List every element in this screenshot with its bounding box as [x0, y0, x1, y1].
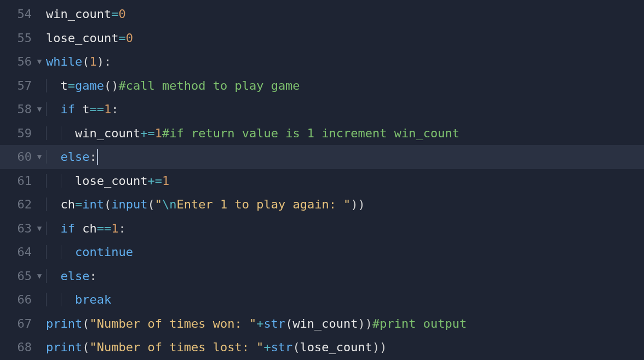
code-content[interactable]: lose_count=0	[45, 26, 133, 50]
token-kw: else	[61, 269, 90, 283]
token-punc: :	[111, 102, 118, 116]
fold-toggle-icon[interactable]: ▼	[34, 264, 45, 288]
token-op: +=	[140, 126, 155, 140]
token-op: ==	[90, 102, 105, 116]
line-number: 66	[0, 288, 34, 312]
code-line[interactable]: 55lose_count=0	[0, 26, 644, 50]
token-id: t	[75, 102, 90, 116]
token-str: Enter 1 to play again: "	[176, 198, 350, 211]
code-content[interactable]: break	[45, 288, 111, 312]
code-line[interactable]: 64 continue	[0, 240, 644, 264]
token-op: =	[68, 79, 75, 92]
token-op: ==	[97, 222, 112, 235]
line-number: 63	[0, 217, 34, 241]
token-num: 1	[111, 222, 118, 235]
line-number: 59	[0, 121, 34, 146]
token-kw: if	[61, 222, 76, 235]
line-number: 55	[0, 26, 34, 50]
token-punc: :	[104, 55, 111, 68]
token-punc: ))	[350, 198, 365, 211]
token-id: ch	[75, 222, 97, 235]
token-id: win_count	[75, 126, 140, 140]
line-number: 58	[0, 97, 34, 121]
code-content[interactable]: t=game()#call method to play game	[45, 74, 300, 98]
token-id: ch	[61, 198, 76, 211]
token-punc: (	[285, 317, 292, 330]
code-line[interactable]: 65▼ else:	[0, 264, 644, 288]
code-line[interactable]: 56▼while(1):	[0, 50, 644, 74]
token-id: win_count	[292, 317, 358, 330]
fold-toggle-icon[interactable]: ▼	[34, 50, 45, 74]
token-kw: continue	[75, 245, 133, 259]
code-editor[interactable]: 54win_count=055lose_count=056▼while(1):5…	[0, 0, 644, 360]
text-cursor	[97, 149, 98, 165]
token-punc: (	[82, 340, 89, 354]
token-punc: (	[82, 55, 89, 68]
token-call: print	[46, 317, 82, 330]
code-line[interactable]: 57 t=game()#call method to play game	[0, 74, 644, 98]
code-content[interactable]: if ch==1:	[45, 217, 126, 241]
token-num: 1	[104, 102, 111, 116]
code-line[interactable]: 60▼ else:	[0, 145, 644, 169]
token-punc: )	[97, 55, 104, 68]
code-content[interactable]: print("Number of times lost: "+str(lose_…	[45, 335, 387, 359]
token-num: 0	[118, 7, 125, 21]
token-kw: break	[75, 293, 111, 306]
token-punc: :	[89, 269, 96, 283]
code-content[interactable]: if t==1:	[45, 97, 119, 121]
token-id: lose_count	[300, 340, 372, 354]
token-comm: #call method to play game	[118, 79, 300, 92]
code-content[interactable]: print("Number of times won: "+str(win_co…	[45, 312, 467, 336]
line-number: 60	[0, 145, 34, 169]
token-op: +	[256, 317, 263, 330]
code-line[interactable]: 61 lose_count+=1	[0, 169, 644, 193]
line-number: 62	[0, 193, 34, 217]
code-line[interactable]: 66 break	[0, 288, 644, 312]
code-line[interactable]: 59 win_count+=1#if return value is 1 inc…	[0, 121, 644, 146]
code-content[interactable]: lose_count+=1	[45, 169, 169, 193]
token-op: =	[118, 31, 125, 45]
token-kw: if	[61, 102, 76, 116]
code-line[interactable]: 62 ch=int(input("\nEnter 1 to play again…	[0, 193, 644, 217]
code-content[interactable]: while(1):	[45, 50, 111, 74]
token-str: "Number of times won: "	[89, 317, 256, 330]
token-call: game	[75, 79, 104, 92]
code-line[interactable]: 68print("Number of times lost: "+str(los…	[0, 335, 644, 359]
token-kw: else	[61, 150, 90, 164]
line-number: 64	[0, 240, 34, 264]
token-call: str	[263, 317, 285, 330]
code-line[interactable]: 63▼ if ch==1:	[0, 217, 644, 241]
code-line[interactable]: 58▼ if t==1:	[0, 97, 644, 121]
code-content[interactable]: win_count=0	[45, 2, 126, 26]
token-num: 1	[162, 174, 169, 188]
token-punc: ))	[358, 317, 373, 330]
token-punc: (	[292, 340, 300, 354]
code-content[interactable]: else:	[45, 145, 98, 169]
token-id: lose_count	[75, 174, 147, 188]
code-line[interactable]: 67print("Number of times won: "+str(win_…	[0, 312, 644, 336]
code-line[interactable]: 54win_count=0	[0, 2, 644, 26]
token-str: "Number of times lost: "	[89, 340, 263, 354]
token-op: +	[263, 340, 271, 354]
token-num: 0	[126, 31, 133, 45]
line-number: 56	[0, 50, 34, 74]
token-op: =	[75, 198, 82, 211]
token-id: t	[61, 79, 68, 92]
code-content[interactable]: win_count+=1#if return value is 1 increm…	[45, 121, 459, 146]
code-content[interactable]: ch=int(input("\nEnter 1 to play again: "…	[45, 193, 365, 217]
fold-toggle-icon[interactable]: ▼	[34, 97, 45, 121]
line-number: 57	[0, 74, 34, 98]
token-str: "	[155, 198, 162, 211]
token-id: win_count	[46, 7, 111, 21]
code-content[interactable]: continue	[45, 240, 133, 264]
token-punc: :	[119, 222, 126, 235]
fold-toggle-icon[interactable]: ▼	[34, 145, 45, 169]
token-comm: #print output	[372, 317, 467, 330]
line-number: 65	[0, 264, 34, 288]
token-punc: (	[82, 317, 89, 330]
token-punc: ))	[372, 340, 387, 354]
token-punc: (	[147, 198, 154, 211]
token-call: input	[111, 198, 147, 211]
fold-toggle-icon[interactable]: ▼	[34, 217, 45, 241]
code-content[interactable]: else:	[45, 264, 97, 288]
